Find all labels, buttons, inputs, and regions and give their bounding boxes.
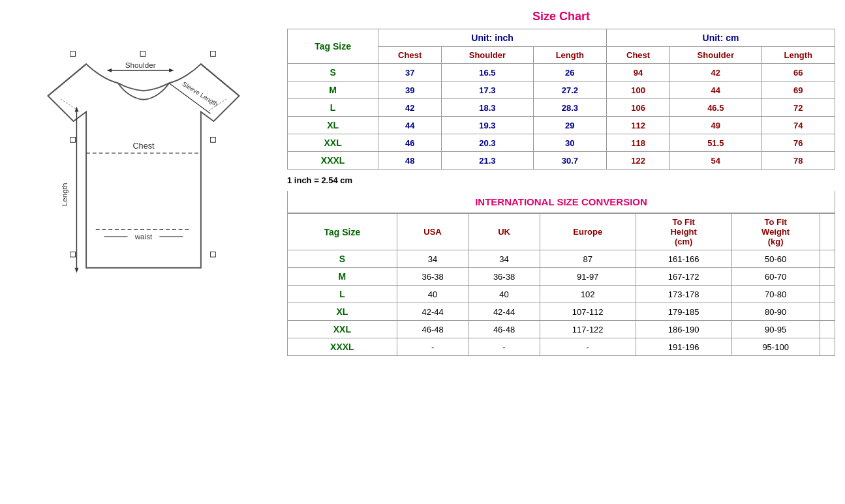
conv-extra-header [820, 214, 835, 250]
conv-tag-cell: XXXL [288, 338, 397, 356]
conv-usa-cell: 40 [397, 286, 468, 303]
inch-equation: 1 inch = 2.54 cm [287, 173, 835, 188]
inch-shoulder-cell: 19.3 [442, 117, 533, 134]
tag-size-cell: XXL [288, 134, 378, 152]
cm-chest-header: Chest [607, 47, 670, 64]
conv-empty-cell [820, 338, 835, 356]
svg-rect-21 [211, 52, 216, 57]
conv-usa-header: USA [397, 214, 468, 250]
inch-shoulder-cell: 17.3 [442, 82, 533, 99]
cm-shoulder-cell: 54 [670, 152, 761, 170]
size-chart-row: S 37 16.5 26 94 42 66 [288, 64, 835, 82]
conv-empty-cell [820, 321, 835, 338]
tshirt-diagram: Shoulder Length Chest waist Sleeve Lengt… [20, 13, 268, 287]
tag-size-cell: XL [288, 117, 378, 134]
conv-weight-header: To FitWeight(kg) [731, 214, 820, 250]
inch-length-header: Length [533, 47, 606, 64]
conv-europe-header: Europe [540, 214, 636, 250]
inch-length-cell: 29 [533, 117, 606, 134]
conv-tag-cell: L [288, 286, 397, 303]
inch-chest-header: Chest [378, 47, 442, 64]
conv-tag-cell: S [288, 250, 397, 268]
conv-europe-cell: 117-122 [540, 321, 636, 338]
conv-usa-cell: 34 [397, 250, 468, 268]
inch-chest-cell: 37 [378, 64, 442, 82]
tag-size-header: Tag Size [288, 29, 378, 64]
conv-height-cell: 179-185 [636, 303, 731, 321]
cm-chest-cell: 118 [607, 134, 670, 152]
svg-marker-3 [106, 68, 112, 72]
conversion-table: Tag Size USA UK Europe To FitHeight(cm) … [287, 213, 835, 356]
conversion-row: XXL 46-48 46-48 117-122 186-190 90-95 [288, 321, 835, 338]
cm-chest-cell: 106 [607, 99, 670, 117]
unit-inch-header: Unit: inch [378, 29, 607, 47]
svg-marker-8 [75, 268, 79, 273]
size-chart-title: Size Chart [287, 10, 835, 23]
svg-marker-7 [75, 107, 79, 112]
conv-uk-cell: 34 [469, 250, 540, 268]
tshirt-svg: Shoulder Length Chest waist Sleeve Lengt… [20, 13, 268, 287]
conv-weight-cell: 70-80 [731, 286, 820, 303]
tag-size-cell: L [288, 99, 378, 117]
svg-rect-18 [211, 137, 216, 142]
conversion-row: M 36-38 36-38 91-97 167-172 60-70 [288, 268, 835, 286]
conversion-row: L 40 40 102 173-178 70-80 [288, 286, 835, 303]
cm-chest-cell: 94 [607, 64, 670, 82]
size-chart-row: L 42 18.3 28.3 106 46.5 72 [288, 99, 835, 117]
conv-europe-cell: 91-97 [540, 268, 636, 286]
size-chart-row: XL 44 19.3 29 112 49 74 [288, 117, 835, 134]
conv-tag-cell: M [288, 268, 397, 286]
conv-uk-cell: 36-38 [469, 268, 540, 286]
inch-chest-cell: 39 [378, 82, 442, 99]
size-chart-row: XXL 46 20.3 30 118 51.5 76 [288, 134, 835, 152]
conv-height-cell: 191-196 [636, 338, 731, 356]
cm-shoulder-header: Shoulder [670, 47, 761, 64]
cm-length-cell: 69 [761, 82, 835, 99]
svg-rect-17 [70, 252, 76, 257]
size-chart-table: Tag Size Unit: inch Unit: cm Chest Shoul… [287, 29, 835, 170]
svg-text:Chest: Chest [132, 141, 155, 151]
conv-europe-cell: 102 [540, 286, 636, 303]
inch-length-cell: 26 [533, 64, 606, 82]
svg-marker-4 [169, 68, 174, 72]
conv-usa-cell: - [397, 338, 468, 356]
cm-shoulder-cell: 51.5 [670, 134, 761, 152]
conv-height-cell: 167-172 [636, 268, 731, 286]
svg-rect-20 [70, 52, 76, 57]
conv-usa-cell: 46-48 [397, 321, 468, 338]
conv-height-cell: 173-178 [636, 286, 731, 303]
inch-chest-cell: 46 [378, 134, 442, 152]
inch-length-cell: 27.2 [533, 82, 606, 99]
tag-size-cell: XXXL [288, 152, 378, 170]
svg-text:Sleeve Length: Sleeve Length [181, 80, 219, 108]
conv-uk-cell: - [469, 338, 540, 356]
svg-text:Shoulder: Shoulder [125, 61, 156, 69]
conv-usa-cell: 36-38 [397, 268, 468, 286]
tag-size-cell: S [288, 64, 378, 82]
svg-rect-16 [70, 137, 76, 142]
conversion-row: XXXL - - - 191-196 95-100 [288, 338, 835, 356]
unit-cm-header: Unit: cm [607, 29, 835, 47]
cm-shoulder-cell: 46.5 [670, 99, 761, 117]
intl-title: INTERNATIONAL SIZE CONVERSION [287, 191, 835, 213]
conv-empty-cell [820, 268, 835, 286]
conv-weight-cell: 60-70 [731, 268, 820, 286]
cm-length-cell: 72 [761, 99, 835, 117]
cm-length-cell: 76 [761, 134, 835, 152]
conv-weight-cell: 90-95 [731, 321, 820, 338]
cm-shoulder-cell: 42 [670, 64, 761, 82]
inch-chest-cell: 42 [378, 99, 442, 117]
inch-shoulder-cell: 21.3 [442, 152, 533, 170]
cm-length-cell: 78 [761, 152, 835, 170]
inch-length-cell: 30 [533, 134, 606, 152]
size-chart-row: XXXL 48 21.3 30.7 122 54 78 [288, 152, 835, 170]
cm-length-cell: 66 [761, 64, 835, 82]
conv-usa-cell: 42-44 [397, 303, 468, 321]
conv-height-header: To FitHeight(cm) [636, 214, 731, 250]
conv-empty-cell [820, 303, 835, 321]
cm-chest-cell: 112 [607, 117, 670, 134]
conv-uk-cell: 40 [469, 286, 540, 303]
tag-size-cell: M [288, 82, 378, 99]
conv-tag-cell: XXL [288, 321, 397, 338]
inch-chest-cell: 44 [378, 117, 442, 134]
